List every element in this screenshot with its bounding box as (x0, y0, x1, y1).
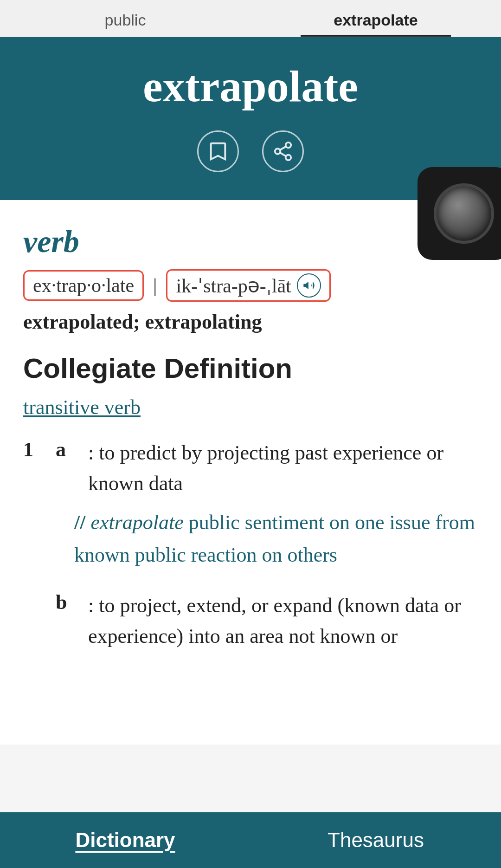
svg-point-0 (286, 143, 291, 148)
bottom-nav: Dictionary Thesaurus (0, 812, 501, 868)
word-type: verb (23, 223, 478, 260)
double-slash: // (74, 511, 85, 534)
phonetic-wrap: ik-ˈstra-pə-ˌlāt (166, 269, 330, 302)
share-button[interactable] (262, 130, 304, 172)
audio-button[interactable] (297, 273, 321, 298)
svg-point-2 (286, 155, 291, 161)
italic-word: extrapolate (90, 511, 183, 534)
svg-point-1 (275, 149, 281, 154)
example-text-1a: // extrapolate public sentiment on one i… (74, 511, 475, 566)
bottom-nav-dictionary[interactable]: Dictionary (0, 812, 250, 868)
svg-line-4 (280, 146, 286, 150)
pronunciation-row: ex·trap·o·late | ik-ˈstra-pə-ˌlāt (23, 269, 478, 302)
definition-row-1a: 1 a : to predict by projecting past expe… (23, 438, 478, 499)
def-text-1b: : to project, extend, or expand (known d… (88, 590, 478, 652)
divider: | (153, 274, 157, 297)
bookmark-icon (207, 141, 229, 162)
word-title: extrapolate (19, 60, 482, 112)
tab-bar: public extrapolate (0, 0, 501, 37)
definition-row-1b: b : to project, extend, or expand (known… (56, 590, 478, 652)
tab-public[interactable]: public (0, 3, 250, 37)
inflections: extrapolated; extrapolating (23, 310, 478, 334)
content-area: verb ex·trap·o·late | ik-ˈstra-pə-ˌlāt e… (0, 200, 501, 745)
camera-overlay (418, 167, 501, 260)
share-icon (272, 141, 294, 162)
bookmark-button[interactable] (197, 130, 239, 172)
svg-marker-5 (303, 282, 308, 289)
example-block-1a: // extrapolate public sentiment on one i… (74, 506, 478, 572)
def-number-1: 1 (23, 438, 42, 499)
section-title: Collegiate Definition (23, 352, 478, 384)
def-letter-b: b (56, 590, 74, 652)
verb-type-link[interactable]: transitive verb (23, 395, 141, 419)
def-text-1a: : to predict by projecting past experien… (88, 438, 478, 499)
bottom-nav-thesaurus[interactable]: Thesaurus (250, 812, 501, 868)
audio-icon (302, 279, 315, 292)
header-icons (19, 130, 482, 172)
syllable: ex·trap·o·late (23, 270, 144, 301)
svg-line-3 (280, 153, 286, 156)
phonetic: ik-ˈstra-pə-ˌlāt (176, 274, 291, 297)
definition-block-1: 1 a : to predict by projecting past expe… (23, 438, 478, 572)
tab-extrapolate[interactable]: extrapolate (250, 3, 501, 37)
def-letter-a: a (56, 438, 74, 499)
camera-lens (434, 183, 494, 244)
